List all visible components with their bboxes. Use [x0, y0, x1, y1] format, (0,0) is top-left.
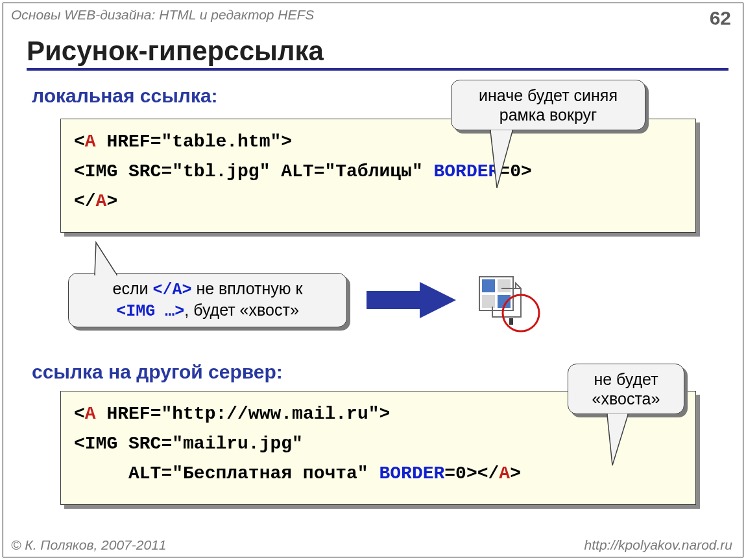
section-remote-link: ссылка на другой сервер: — [32, 361, 283, 383]
footer-url: http://kpolyakov.narod.ru — [584, 537, 732, 553]
page-number: 62 — [710, 7, 731, 29]
callout-tail-icon — [91, 242, 130, 281]
svg-marker-4 — [367, 282, 456, 318]
callout-no-tail: не будет «хвоста» — [568, 364, 684, 414]
footer-author: © К. Поляков, 2007-2011 — [11, 537, 167, 553]
callout-tail-icon — [490, 131, 529, 189]
svg-marker-12 — [607, 415, 628, 465]
arrow-right-icon — [367, 282, 457, 318]
callout-blue-border: иначе будет синяя рамка вокруг — [451, 80, 645, 130]
page-title: Рисунок-гиперссылка — [27, 36, 743, 67]
breadcrumb: Основы WEB-дизайна: HTML и редактор HEFS — [11, 7, 314, 23]
svg-rect-7 — [498, 279, 511, 292]
code-box-local: <A HREF="table.htm"> <IMG SRC="tbl.jpg" … — [60, 119, 696, 233]
code-local: <A HREF="table.htm"> <IMG SRC="tbl.jpg" … — [74, 127, 682, 216]
callout-tail-note: если </A> не вплотную к <IMG …>, будет «… — [68, 273, 347, 327]
image-tail-icon — [470, 270, 548, 338]
svg-rect-8 — [482, 295, 495, 308]
svg-marker-2 — [95, 242, 117, 275]
svg-rect-10 — [509, 318, 513, 325]
svg-rect-6 — [482, 279, 495, 292]
title-rule — [27, 68, 728, 71]
svg-marker-0 — [490, 131, 512, 188]
callout-tail-icon — [607, 415, 646, 467]
